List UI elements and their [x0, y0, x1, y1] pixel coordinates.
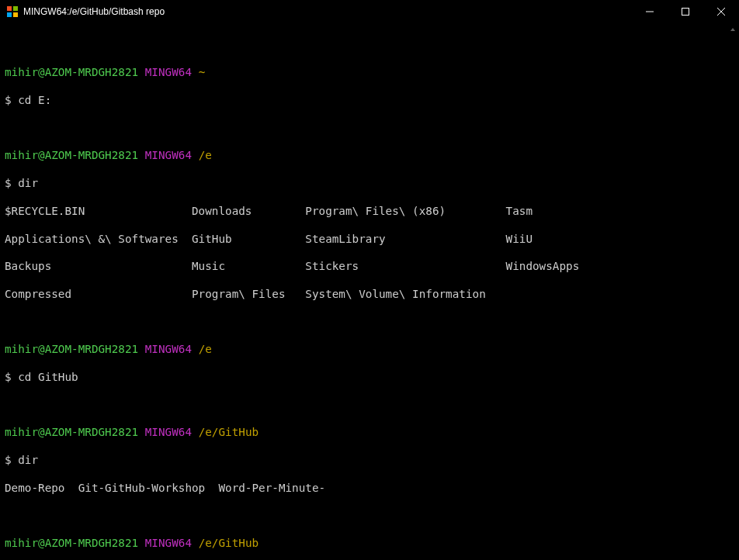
close-button[interactable]	[703, 0, 739, 23]
window-title: MINGW64:/e/GitHub/Gitbash repo	[23, 6, 632, 17]
prompt-symbol: $	[5, 454, 12, 466]
scrollbar[interactable]	[727, 23, 739, 560]
prompt-symbol: $	[5, 371, 12, 383]
minimize-button[interactable]	[632, 0, 668, 23]
prompt-user: mihir@AZOM-MRDGH2821	[5, 66, 138, 78]
prompt-env: MINGW64	[145, 66, 192, 78]
prompt-env: MINGW64	[145, 426, 192, 438]
prompt-path: ~	[199, 66, 206, 78]
command: dir	[18, 177, 38, 189]
prompt-symbol: $	[5, 94, 12, 106]
window-controls	[632, 0, 739, 23]
command-output: Applications\ &\ Softwares GitHub SteamL…	[5, 233, 722, 247]
scroll-up-icon[interactable]	[727, 23, 739, 36]
prompt-path: /e/GitHub	[199, 537, 258, 549]
prompt-env: MINGW64	[145, 149, 192, 161]
prompt-path: /e	[199, 343, 212, 355]
prompt-user: mihir@AZOM-MRDGH2821	[5, 537, 138, 549]
prompt-path: /e	[199, 149, 212, 161]
svg-rect-1	[13, 6, 18, 11]
prompt-env: MINGW64	[145, 537, 192, 549]
svg-rect-3	[13, 12, 18, 17]
svg-rect-0	[7, 6, 12, 11]
command: cd GitHub	[18, 371, 78, 383]
command-output: Compressed Program\ Files System\ Volume…	[5, 288, 722, 302]
prompt-env: MINGW64	[145, 343, 192, 355]
command-output: Backups Music Stickers WindowsApps	[5, 260, 722, 274]
svg-rect-2	[7, 12, 12, 17]
prompt-path: /e/GitHub	[199, 426, 258, 438]
command-output: $RECYCLE.BIN Downloads Program\ Files\ (…	[5, 205, 722, 219]
svg-marker-8	[730, 28, 735, 31]
command-output: Demo-Repo Git-GitHub-Workshop Word-Per-M…	[5, 482, 722, 496]
maximize-button[interactable]	[668, 0, 703, 23]
prompt-symbol: $	[5, 177, 12, 189]
svg-rect-5	[682, 9, 689, 16]
app-icon	[6, 5, 19, 18]
prompt-user: mihir@AZOM-MRDGH2821	[5, 426, 138, 438]
terminal-content[interactable]: mihir@AZOM-MRDGH2821 MINGW64 ~ $ cd E: m…	[0, 23, 727, 560]
command: dir	[18, 454, 38, 466]
window-titlebar: MINGW64:/e/GitHub/Gitbash repo	[0, 0, 739, 23]
prompt-user: mihir@AZOM-MRDGH2821	[5, 149, 138, 161]
prompt-user: mihir@AZOM-MRDGH2821	[5, 343, 138, 355]
command: cd E:	[18, 94, 51, 106]
